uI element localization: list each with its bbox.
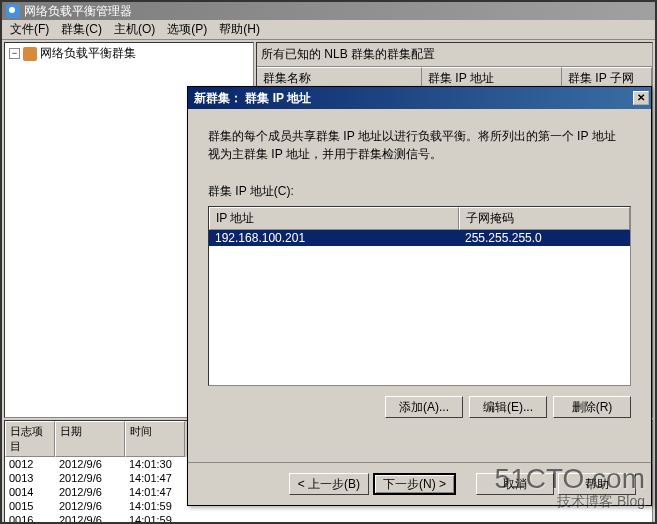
mask-value: 255.255.255.0 <box>459 230 630 246</box>
ip-address-list[interactable]: IP 地址 子网掩码 192.168.100.201 255.255.255.0 <box>208 206 631 386</box>
table-row[interactable]: 00162012/9/614:01:59 <box>5 513 652 524</box>
menu-host[interactable]: 主机(O) <box>108 19 161 40</box>
close-icon[interactable]: ✕ <box>633 91 649 105</box>
app-title: 网络负载平衡管理器 <box>24 3 132 20</box>
log-col-time[interactable]: 时间 <box>125 421 185 457</box>
col-mask[interactable]: 子网掩码 <box>459 207 630 230</box>
log-col-date[interactable]: 日期 <box>55 421 125 457</box>
edit-button[interactable]: 编辑(E)... <box>469 396 547 418</box>
tree-root-label: 网络负载平衡群集 <box>40 45 136 62</box>
main-titlebar: 网络负载平衡管理器 <box>2 2 655 20</box>
tree-root-item[interactable]: − 网络负载平衡群集 <box>5 43 253 64</box>
back-button[interactable]: < 上一步(B) <box>289 473 369 495</box>
dialog-description: 群集的每个成员共享群集 IP 地址以进行负载平衡。将所列出的第一个 IP 地址 … <box>208 127 631 163</box>
menu-cluster[interactable]: 群集(C) <box>55 19 108 40</box>
new-cluster-dialog: 新群集： 群集 IP 地址 ✕ 群集的每个成员共享群集 IP 地址以进行负载平衡… <box>187 86 652 506</box>
dialog-body: 群集的每个成员共享群集 IP 地址以进行负载平衡。将所列出的第一个 IP 地址 … <box>188 109 651 428</box>
menu-file[interactable]: 文件(F) <box>4 19 55 40</box>
menubar: 文件(F) 群集(C) 主机(O) 选项(P) 帮助(H) <box>2 20 655 40</box>
log-col-entry[interactable]: 日志项目 <box>5 421 55 457</box>
right-caption: 所有已知的 NLB 群集的群集配置 <box>257 43 652 67</box>
next-button[interactable]: 下一步(N) > <box>373 473 456 495</box>
dialog-title: 新群集： 群集 IP 地址 <box>194 90 311 107</box>
remove-button[interactable]: 删除(R) <box>553 396 631 418</box>
ip-list-label: 群集 IP 地址(C): <box>208 183 631 200</box>
ip-row-selected[interactable]: 192.168.100.201 255.255.255.0 <box>209 230 630 246</box>
add-button[interactable]: 添加(A)... <box>385 396 463 418</box>
tree-expander-icon[interactable]: − <box>9 48 20 59</box>
cancel-button[interactable]: 取消 <box>476 473 554 495</box>
col-ip[interactable]: IP 地址 <box>209 207 459 230</box>
wizard-buttons: < 上一步(B) 下一步(N) > 取消 帮助 <box>188 462 651 505</box>
cluster-icon <box>23 47 37 61</box>
help-button[interactable]: 帮助 <box>558 473 636 495</box>
ip-list-headers: IP 地址 子网掩码 <box>209 207 630 230</box>
menu-help[interactable]: 帮助(H) <box>213 19 266 40</box>
ip-value: 192.168.100.201 <box>209 230 459 246</box>
menu-options[interactable]: 选项(P) <box>161 19 213 40</box>
app-icon <box>6 4 20 18</box>
dialog-titlebar: 新群集： 群集 IP 地址 ✕ <box>188 87 651 109</box>
ip-buttons-row: 添加(A)... 编辑(E)... 删除(R) <box>208 396 631 418</box>
